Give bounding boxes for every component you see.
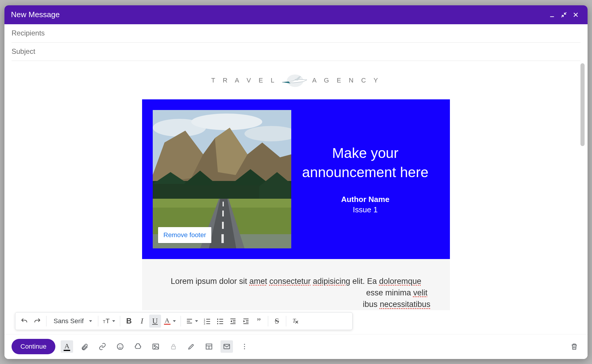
svg-point-53 [119, 346, 120, 346]
insert-link-button[interactable] [96, 340, 109, 353]
svg-point-52 [117, 344, 123, 350]
svg-point-54 [121, 346, 121, 346]
hero-author[interactable]: Author Name [341, 195, 389, 204]
template-body-text[interactable]: Lorem ipsum dolor sit amet consectetur a… [142, 259, 450, 310]
titlebar: New Message [4, 5, 588, 24]
hero-issue[interactable]: Issue 1 [353, 205, 378, 214]
header-fields [4, 24, 588, 61]
indent-more-button[interactable] [240, 315, 252, 328]
body-text-fragment[interactable]: ibus [363, 300, 380, 309]
text-color-button[interactable]: A [162, 315, 178, 328]
svg-point-36 [217, 321, 218, 322]
more-options-button[interactable] [238, 340, 251, 353]
indent-less-button[interactable] [227, 315, 239, 328]
logo-text-left: T R A V E L [211, 77, 277, 84]
hero-image[interactable]: Remove footer [153, 110, 291, 248]
svg-point-37 [217, 323, 218, 324]
confidential-mode-button[interactable] [167, 340, 180, 353]
strikethrough-button[interactable]: S [271, 315, 283, 328]
dropdown-caret-icon [112, 320, 115, 322]
misspelled-word[interactable]: amet [249, 277, 267, 286]
mail-template-button[interactable] [221, 340, 233, 353]
dropdown-caret-icon [195, 320, 198, 322]
minimize-button[interactable] [547, 9, 557, 20]
svg-rect-22 [223, 202, 224, 206]
recipients-input[interactable] [12, 29, 580, 37]
quote-button[interactable]: ” [253, 315, 265, 328]
insert-emoji-button[interactable] [114, 340, 126, 353]
svg-rect-59 [172, 346, 176, 349]
attach-file-button[interactable] [78, 340, 91, 353]
svg-line-56 [139, 344, 141, 347]
svg-point-66 [244, 348, 245, 349]
scrollbar-thumb[interactable] [580, 63, 585, 146]
remove-formatting-button[interactable]: T [289, 315, 301, 328]
svg-text:3: 3 [204, 322, 205, 325]
numbered-list-button[interactable]: 123 [201, 315, 213, 328]
hero-headline[interactable]: Make your announcement here [297, 144, 433, 182]
insert-signature-button[interactable] [185, 340, 197, 353]
insert-drive-button[interactable] [132, 340, 144, 353]
hero-block: Remove footer Make your announcement her… [142, 99, 450, 259]
layouts-button[interactable] [203, 340, 215, 353]
svg-rect-25 [221, 234, 224, 243]
formatting-options-toggle[interactable]: A [61, 340, 73, 353]
logo-text-right: A G E N C Y [312, 77, 381, 84]
dropdown-caret-icon [173, 320, 176, 322]
compose-body[interactable]: T R A V E L A G E N C Y [4, 61, 588, 334]
dropdown-caret-icon [89, 320, 92, 322]
bold-button[interactable]: B [123, 315, 135, 328]
subject-input[interactable] [12, 47, 580, 56]
svg-rect-57 [153, 344, 159, 349]
font-family-label: Sans Serif [54, 317, 84, 325]
italic-button[interactable]: I [136, 315, 148, 328]
recipients-row[interactable] [12, 24, 580, 43]
underline-button[interactable]: U [149, 315, 161, 328]
svg-rect-24 [222, 222, 224, 229]
remove-footer-button[interactable]: Remove footer [158, 227, 211, 243]
bottom-action-bar: Continue A [4, 334, 588, 359]
font-family-select[interactable]: Sans Serif [49, 317, 95, 325]
body-text-fragment[interactable]: Lorem ipsum dolor sit [171, 277, 250, 286]
body-text-fragment[interactable] [311, 277, 313, 286]
body-text-fragment[interactable]: elit. Ea [350, 277, 379, 286]
bulleted-list-button[interactable] [214, 315, 226, 328]
continue-button[interactable]: Continue [12, 339, 55, 354]
insert-photo-button[interactable] [149, 340, 162, 353]
subject-row[interactable] [12, 43, 580, 61]
body-text-fragment[interactable] [267, 277, 269, 286]
misspelled-word[interactable]: consectetur [269, 277, 311, 286]
redo-button[interactable] [31, 315, 43, 328]
misspelled-word[interactable]: doloremque [379, 277, 422, 286]
misspelled-word[interactable]: adipisicing [313, 277, 350, 286]
hero-text[interactable]: Make your announcement here Author Name … [291, 110, 439, 248]
font-size-button[interactable]: TT [101, 315, 117, 328]
plane-icon [281, 73, 308, 88]
template-logo: T R A V E L A G E N C Y [142, 70, 450, 99]
popout-collapse-button[interactable] [559, 9, 569, 20]
compose-window: New Message T R A V E L [4, 5, 588, 359]
misspelled-word[interactable]: necessitatibus [380, 300, 430, 309]
body-text-fragment[interactable]: esse minima [366, 288, 413, 297]
close-button[interactable] [570, 9, 581, 20]
svg-point-64 [244, 344, 245, 345]
svg-rect-23 [222, 211, 224, 216]
align-button[interactable] [184, 315, 200, 328]
svg-point-35 [217, 318, 218, 320]
window-title: New Message [11, 10, 60, 19]
svg-point-58 [154, 345, 155, 347]
misspelled-word[interactable]: velit [413, 288, 427, 297]
email-template: T R A V E L A G E N C Y [142, 70, 450, 310]
undo-button[interactable] [18, 315, 30, 328]
format-toolbar: Sans Serif TT B I U A 123 ” S T [15, 312, 353, 330]
svg-point-65 [244, 346, 245, 347]
discard-draft-button[interactable] [568, 340, 580, 353]
svg-line-55 [135, 344, 137, 347]
svg-point-7 [191, 114, 262, 130]
